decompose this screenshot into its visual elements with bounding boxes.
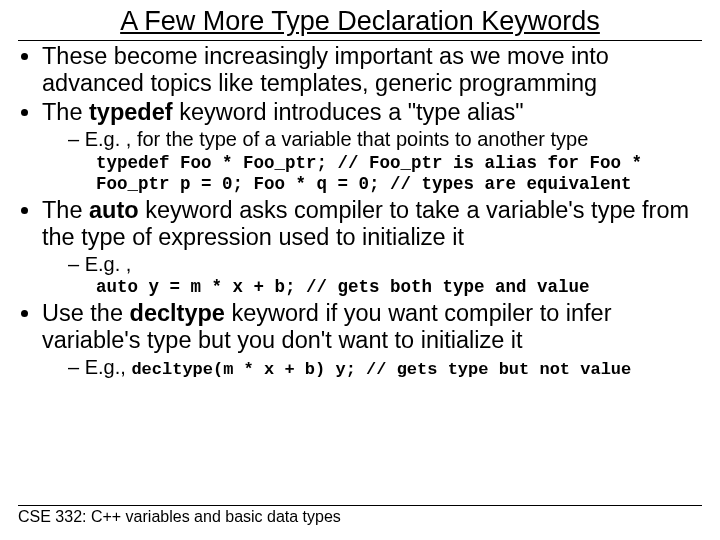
footer-text: CSE 332: C++ variables and basic data ty… [18, 508, 341, 525]
footer: CSE 332: C++ variables and basic data ty… [18, 505, 702, 526]
b4-sub-code: decltype(m * x + b) y; // gets type but … [131, 360, 631, 379]
b3-keyword: auto [89, 197, 139, 223]
b2-sub-text: E.g. , for the type of a variable that p… [85, 128, 589, 150]
title-text: A Few More Type Declaration Keywords [120, 6, 600, 36]
bullet-2: The typedef keyword introduces a "type a… [42, 99, 702, 195]
bullet-list: These become increasingly important as w… [18, 43, 702, 380]
slide: A Few More Type Declaration Keywords The… [0, 0, 720, 540]
b2-post: keyword introduces a "type alias" [173, 99, 524, 125]
b3-sub-text: E.g. , [85, 253, 132, 275]
b4-sub: E.g., decltype(m * x + b) y; // gets typ… [68, 356, 702, 380]
b2-code-line1: typedef Foo * Foo_ptr; // Foo_ptr is ali… [96, 153, 702, 174]
b2-pre: The [42, 99, 89, 125]
b3-post: keyword asks compiler to take a variable… [42, 197, 689, 250]
slide-title: A Few More Type Declaration Keywords [18, 6, 702, 41]
b2-keyword: typedef [89, 99, 173, 125]
bullet-3: The auto keyword asks compiler to take a… [42, 197, 702, 299]
b2-code-line2: Foo_ptr p = 0; Foo * q = 0; // types are… [96, 174, 702, 195]
b4-keyword: decltype [130, 300, 225, 326]
b4-pre: Use the [42, 300, 130, 326]
b3-sublist: E.g. , [42, 253, 702, 277]
b3-code-line: auto y = m * x + b; // gets both type an… [96, 277, 702, 298]
b2-sub: E.g. , for the type of a variable that p… [68, 128, 702, 152]
bullet-4: Use the decltype keyword if you want com… [42, 300, 702, 380]
b3-pre: The [42, 197, 89, 223]
b2-sublist: E.g. , for the type of a variable that p… [42, 128, 702, 152]
b4-sublist: E.g., decltype(m * x + b) y; // gets typ… [42, 356, 702, 380]
b4-sub-pre: E.g., [85, 356, 132, 378]
bullet-1: These become increasingly important as w… [42, 43, 702, 97]
b3-sub: E.g. , [68, 253, 702, 277]
bullet-1-text: These become increasingly important as w… [42, 43, 609, 96]
